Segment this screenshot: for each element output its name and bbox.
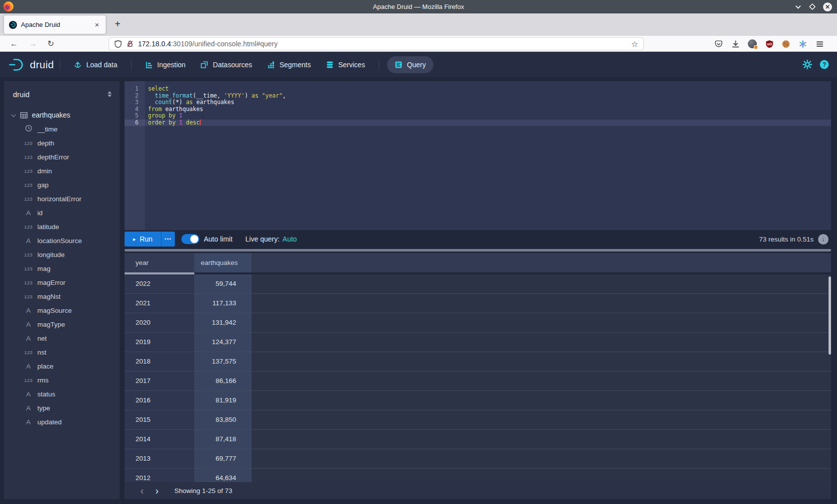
table-row[interactable]: 201264,634 [125, 469, 831, 482]
bookmark-star-icon[interactable]: ☆ [631, 39, 638, 49]
download-results-icon[interactable]: ↓ [818, 234, 829, 245]
sidebar-column-place[interactable]: Aplace [4, 359, 120, 373]
sidebar-column-mag[interactable]: 123mag [4, 261, 120, 275]
table-row[interactable]: 2020131,942 [125, 313, 831, 333]
sidebar-column-magNst[interactable]: 123magNst [4, 289, 120, 303]
cell-earthquakes[interactable]: 64,634 [194, 469, 252, 482]
pocket-icon[interactable] [714, 39, 723, 48]
shield-icon[interactable] [114, 40, 122, 48]
sql-editor[interactable]: 123456 select time_format(__time, 'YYYY'… [125, 81, 831, 230]
live-query-value[interactable]: Auto [282, 235, 297, 243]
url-bar[interactable]: 172.18.0.4:30109/unified-console.html#qu… [109, 37, 644, 50]
cell-year[interactable]: 2016 [125, 391, 194, 410]
window-close-icon[interactable]: ✕ [823, 2, 832, 11]
sidebar-column-dmin[interactable]: 123dmin [4, 164, 120, 178]
column-header-year[interactable]: year [125, 253, 194, 272]
cell-year[interactable]: 2015 [125, 410, 194, 429]
sidebar-column-magSource[interactable]: AmagSource [4, 303, 120, 317]
sidebar-column-horizontalError[interactable]: 123horizontalError [4, 192, 120, 206]
extension-asterisk-icon[interactable] [798, 39, 807, 48]
downloads-icon[interactable] [731, 39, 740, 48]
sidebar-column-__time[interactable]: __time [4, 122, 120, 136]
sidebar-column-updated[interactable]: Aupdated [4, 415, 120, 429]
sidebar-column-depth[interactable]: 123depth [4, 136, 120, 150]
nav-load-data[interactable]: Load data [66, 52, 125, 77]
cell-earthquakes[interactable]: 59,744 [194, 274, 252, 293]
table-row[interactable]: 202259,744 [125, 274, 831, 294]
help-icon[interactable]: ? [820, 60, 829, 69]
sidebar-table-earthquakes[interactable]: earthquakes [4, 108, 120, 122]
vertical-scrollbar[interactable] [829, 276, 831, 355]
cell-earthquakes[interactable]: 81,919 [194, 391, 252, 410]
new-tab-button[interactable]: + [111, 17, 125, 31]
editor-code[interactable]: select time_format(__time, 'YYYY') as "y… [145, 81, 831, 230]
sidebar-column-rms[interactable]: 123rms [4, 373, 120, 387]
cookie-extension-icon[interactable] [782, 40, 790, 48]
back-icon[interactable]: ← [7, 37, 21, 50]
more-options-button[interactable]: ••• [161, 232, 175, 247]
nav-datasources[interactable]: Datasources [193, 52, 260, 77]
cell-year[interactable]: 2014 [125, 430, 194, 449]
cell-year[interactable]: 2022 [125, 274, 194, 293]
cell-earthquakes[interactable]: 137,575 [194, 352, 252, 371]
tab-close-icon[interactable]: × [93, 20, 101, 29]
run-button[interactable]: ▸ Run [125, 232, 161, 247]
sidebar-column-gap[interactable]: 123gap [4, 178, 120, 192]
table-row[interactable]: 201369,777 [125, 449, 831, 469]
cell-earthquakes[interactable]: 131,942 [194, 313, 252, 332]
horizontal-scrollbar[interactable] [125, 249, 831, 252]
insecure-lock-icon[interactable] [126, 40, 134, 48]
column-header-earthquakes[interactable]: earthquakes [194, 253, 252, 272]
cell-year[interactable]: 2020 [125, 313, 194, 332]
sidebar-column-net[interactable]: Anet [4, 331, 120, 345]
ublock-extension-icon[interactable]: uO [765, 39, 774, 48]
table-row[interactable]: 201487,418 [125, 430, 831, 449]
table-row[interactable]: 2018137,575 [125, 352, 831, 372]
cell-year[interactable]: 2021 [125, 294, 194, 313]
nav-services[interactable]: Services [318, 52, 373, 77]
auto-limit-toggle[interactable] [181, 234, 199, 244]
reload-icon[interactable]: ↻ [44, 37, 58, 50]
table-row[interactable]: 201583,850 [125, 410, 831, 430]
sidebar-column-id[interactable]: Aid [4, 206, 120, 220]
cell-year[interactable]: 2017 [125, 372, 194, 390]
cell-year[interactable]: 2018 [125, 352, 194, 371]
menu-hamburger-icon[interactable] [815, 39, 824, 48]
cell-earthquakes[interactable]: 87,418 [194, 430, 252, 449]
account-avatar-icon[interactable] [748, 39, 757, 48]
table-row[interactable]: 201681,919 [125, 391, 831, 410]
nav-query[interactable]: Query [387, 56, 433, 73]
cell-earthquakes[interactable]: 117,133 [194, 294, 252, 313]
window-minimize-icon[interactable] [795, 4, 802, 10]
sidebar-column-nst[interactable]: 123nst [4, 345, 120, 359]
sidebar-column-magType[interactable]: AmagType [4, 317, 120, 331]
chevron-down-icon[interactable] [11, 112, 16, 117]
cell-earthquakes[interactable]: 83,850 [194, 410, 252, 429]
sidebar-column-magError[interactable]: 123magError [4, 275, 120, 289]
sidebar-column-longitude[interactable]: 123longitude [4, 248, 120, 261]
cell-earthquakes[interactable]: 124,377 [194, 333, 252, 352]
cell-year[interactable]: 2019 [125, 333, 194, 352]
sidebar-column-status[interactable]: Astatus [4, 387, 120, 401]
nav-ingestion[interactable]: Ingestion [138, 52, 193, 77]
window-maximize-icon[interactable] [809, 3, 816, 10]
cell-year[interactable]: 2013 [125, 449, 194, 468]
settings-gear-icon[interactable] [803, 60, 812, 69]
previous-page-icon[interactable]: ‹ [137, 483, 147, 498]
nav-segments[interactable]: Segments [260, 52, 318, 77]
browser-tab[interactable]: Apache Druid × [4, 15, 106, 34]
next-page-icon[interactable]: › [151, 483, 162, 498]
sidebar-column-depthError[interactable]: 123depthError [4, 150, 120, 164]
sidebar-column-locationSource[interactable]: AlocationSource [4, 234, 120, 248]
forward-icon[interactable]: → [26, 37, 40, 50]
cell-earthquakes[interactable]: 69,777 [194, 449, 252, 468]
druid-logo[interactable]: druid [8, 57, 54, 72]
table-row[interactable]: 2019124,377 [125, 333, 831, 352]
sort-toggle-icon[interactable] [108, 91, 112, 97]
cell-year[interactable]: 2012 [125, 469, 194, 482]
sidebar-column-type[interactable]: Atype [4, 401, 120, 415]
cell-earthquakes[interactable]: 86,166 [194, 372, 252, 390]
sidebar-column-latitude[interactable]: 123latitude [4, 220, 120, 234]
table-row[interactable]: 201786,166 [125, 372, 831, 391]
table-row[interactable]: 2021117,133 [125, 294, 831, 313]
